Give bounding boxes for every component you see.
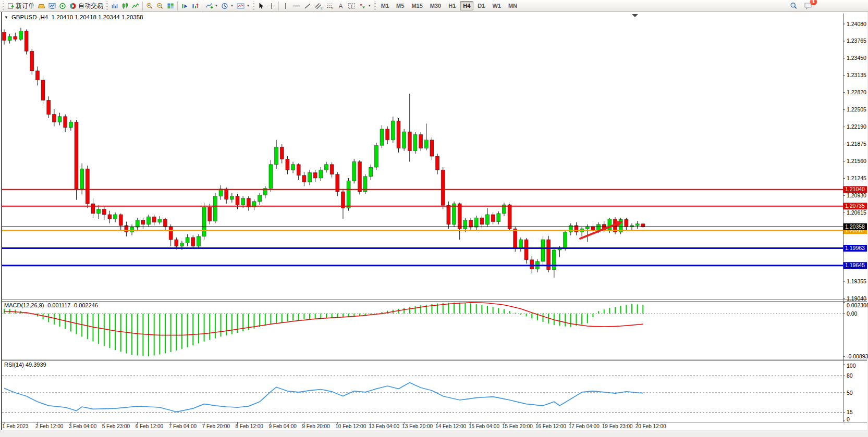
timeframe-button-W1[interactable]: W1 xyxy=(489,1,504,10)
chart-title-text: GBPUSD-,H4 1.20410 1.20418 1.20344 1.203… xyxy=(11,14,143,20)
svg-text:1.20615: 1.20615 xyxy=(847,209,866,216)
svg-text:13 Feb 20:00: 13 Feb 20:00 xyxy=(402,423,433,429)
add-indicator-button[interactable]: ▼ xyxy=(204,1,219,11)
text-tool-button[interactable]: A xyxy=(336,1,346,11)
label-tool-icon: T xyxy=(348,3,356,9)
toolbar-separator xyxy=(177,2,178,10)
zoom-in-button[interactable] xyxy=(144,1,155,11)
autotrading-icon xyxy=(69,3,77,9)
dropdown-arrow-icon[interactable]: ▼ xyxy=(230,4,234,7)
svg-text:T: T xyxy=(350,4,353,9)
period-button[interactable]: ▼ xyxy=(219,1,235,11)
arrows-tool-button[interactable]: ▼ xyxy=(357,1,373,11)
svg-text:15: 15 xyxy=(847,409,853,415)
quotes-button[interactable] xyxy=(36,1,47,11)
line-chart-mode-button[interactable] xyxy=(130,1,141,11)
cursor-icon xyxy=(258,3,264,9)
chart-background xyxy=(0,12,868,437)
timeframe-button-M5[interactable]: M5 xyxy=(393,1,407,10)
svg-text:20 Feb 12:00: 20 Feb 12:00 xyxy=(635,423,666,429)
chart-canvas[interactable]: 1.240801.237651.234501.231351.228201.225… xyxy=(0,0,868,437)
fibonacci-tool-button[interactable]: F xyxy=(324,1,336,11)
chart-menu-icon[interactable]: ▼ xyxy=(4,15,8,20)
new-order-button[interactable]: 新订单 xyxy=(6,1,36,11)
svg-text:1.19963: 1.19963 xyxy=(845,245,865,251)
toolbar-grip xyxy=(106,2,108,10)
data-window-button[interactable] xyxy=(179,1,190,11)
fibonacci-icon: F xyxy=(326,3,334,9)
template-button[interactable]: ▼ xyxy=(235,1,251,11)
svg-text:1.21560: 1.21560 xyxy=(847,158,866,164)
timeframe-button-D1[interactable]: D1 xyxy=(474,1,488,10)
search-button[interactable] xyxy=(788,1,799,11)
toolbar-grip xyxy=(3,2,4,10)
svg-text:5 Feb 23:00: 5 Feb 23:00 xyxy=(102,423,130,429)
svg-text:3 Feb 04:00: 3 Feb 04:00 xyxy=(69,423,97,429)
template-icon xyxy=(237,3,244,9)
svg-text:0: 0 xyxy=(847,416,850,422)
trendline-tool-button[interactable] xyxy=(302,1,313,11)
dropdown-arrow-icon[interactable]: ▼ xyxy=(247,4,250,7)
svg-text:100: 100 xyxy=(847,363,856,369)
horizontal-line-tool-button[interactable] xyxy=(291,1,302,11)
svg-text:1.21245: 1.21245 xyxy=(847,175,866,181)
cursor-tool-button[interactable] xyxy=(256,1,266,11)
toolbar-separator xyxy=(142,2,143,10)
notification-badge: 1 xyxy=(810,0,817,5)
market-watch-button[interactable] xyxy=(47,1,57,11)
timeframe-button-M15[interactable]: M15 xyxy=(408,1,425,10)
timeframe-button-H1[interactable]: H1 xyxy=(445,1,459,10)
svg-text:2 Feb 12:00: 2 Feb 12:00 xyxy=(35,423,64,429)
market-watch-icon xyxy=(48,3,56,9)
svg-text:1.23765: 1.23765 xyxy=(847,38,866,44)
navigator-button[interactable] xyxy=(190,1,200,11)
svg-text:1.22190: 1.22190 xyxy=(847,123,866,130)
svg-text:9 Feb 20:00: 9 Feb 20:00 xyxy=(302,423,330,429)
svg-text:17 Feb 04:00: 17 Feb 04:00 xyxy=(569,423,600,429)
toolbar-separator xyxy=(278,2,279,10)
svg-text:14 Feb 12:00: 14 Feb 12:00 xyxy=(435,423,466,429)
signals-button[interactable] xyxy=(57,1,68,11)
timeframe-button-M1[interactable]: M1 xyxy=(378,1,392,10)
svg-text:7 Feb 04:00: 7 Feb 04:00 xyxy=(169,423,197,429)
svg-text:A: A xyxy=(339,3,343,9)
svg-text:F: F xyxy=(332,6,334,9)
clock-icon xyxy=(221,3,228,9)
timeframe-button-MN[interactable]: MN xyxy=(505,1,520,10)
macd-indicator-label: MACD(12,26,9) -0.001117 -0.002246 xyxy=(4,302,98,308)
svg-text:E: E xyxy=(321,6,323,9)
rsi-indicator-label: RSI(14) 49.3939 xyxy=(4,361,46,368)
svg-text:8 Feb 12:00: 8 Feb 12:00 xyxy=(236,423,264,429)
vertical-line-tool-button[interactable] xyxy=(280,1,291,11)
label-tool-button[interactable]: T xyxy=(346,1,357,11)
text-tool-icon: A xyxy=(337,3,344,9)
search-icon xyxy=(790,2,798,10)
svg-text:1.22505: 1.22505 xyxy=(847,106,866,113)
new-order-label: 新订单 xyxy=(16,2,34,10)
zoom-out-button[interactable] xyxy=(155,1,165,11)
zoom-out-icon xyxy=(156,3,164,9)
autotrading-button[interactable]: 自动交易 xyxy=(68,1,105,11)
candlestick-mode-button[interactable] xyxy=(120,1,130,11)
svg-text:1.21875: 1.21875 xyxy=(847,141,866,147)
trendline-icon xyxy=(304,3,311,9)
signal-icon xyxy=(59,3,66,9)
timeframe-button-H4[interactable]: H4 xyxy=(460,1,473,10)
candlestick-chart-icon xyxy=(121,3,129,9)
channel-tool-button[interactable]: E xyxy=(313,1,324,11)
tile-windows-button[interactable] xyxy=(165,1,176,11)
timeframe-group: M1M5M15M30H1H4D1W1MN xyxy=(377,1,521,10)
arrow-shapes-icon xyxy=(359,3,366,9)
svg-text:16 Feb 12:00: 16 Feb 12:00 xyxy=(535,423,566,429)
bar-chart-mode-button[interactable] xyxy=(109,1,120,11)
toolbar-grip xyxy=(374,2,376,10)
dropdown-arrow-icon[interactable]: ▼ xyxy=(368,4,371,7)
dropdown-arrow-icon[interactable]: ▼ xyxy=(215,4,218,7)
toolbar-separator xyxy=(202,2,202,10)
chart-title[interactable]: ▼ GBPUSD-,H4 1.20410 1.20418 1.20344 1.2… xyxy=(4,14,143,20)
svg-text:7 Feb 20:00: 7 Feb 20:00 xyxy=(202,423,230,429)
timeframe-button-M30[interactable]: M30 xyxy=(427,1,444,10)
svg-text:15 Feb 20:00: 15 Feb 20:00 xyxy=(502,423,533,429)
svg-text:1.21040: 1.21040 xyxy=(845,186,865,192)
crosshair-tool-button[interactable] xyxy=(266,1,277,11)
